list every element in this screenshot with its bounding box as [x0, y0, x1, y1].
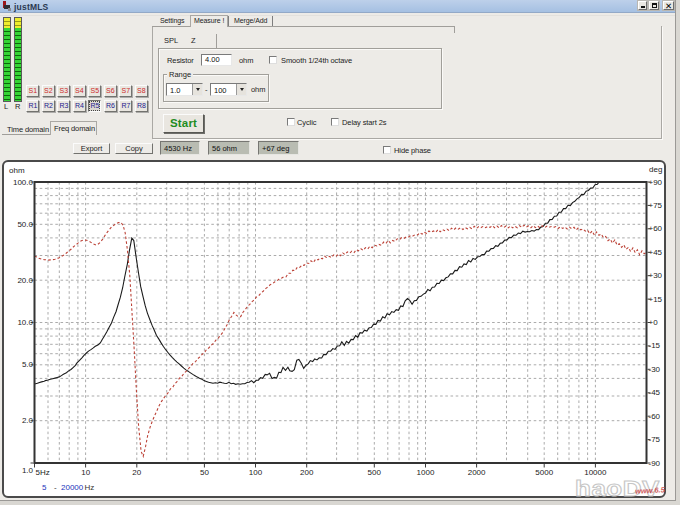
- y2-tick-label: -75: [649, 435, 661, 444]
- range-label: Range: [167, 70, 193, 79]
- x-tick-label: 10: [66, 468, 106, 477]
- y2-tick-label: +0: [649, 318, 658, 327]
- y2-tick-label: +90: [649, 178, 663, 187]
- maximize-button[interactable]: [649, 1, 659, 10]
- meter-label-r: R: [15, 102, 20, 111]
- y-tick-label: 1.0: [8, 466, 33, 475]
- status-range-end: 20000: [61, 483, 83, 492]
- hide-phase-checkbox[interactable]: [383, 146, 391, 154]
- y2-tick-label: -15: [649, 341, 661, 350]
- range-min-value: 1.0: [170, 86, 180, 95]
- chart-panel: [2, 160, 666, 498]
- y2-tick-label: -45: [649, 388, 661, 397]
- response-button-r2[interactable]: R2: [42, 100, 55, 112]
- x-tick-label: 500: [354, 468, 394, 477]
- tab-settings[interactable]: Settings: [160, 16, 185, 26]
- y2-tick-label: +15: [649, 295, 663, 304]
- meter-level-segment: [4, 28, 10, 101]
- range-unit-label: ohm: [251, 85, 265, 94]
- app-icon: [1, 1, 12, 12]
- x-tick-label: 1000: [405, 468, 445, 477]
- meter-level-segment: [15, 28, 21, 101]
- range-max-dropdown[interactable]: 100: [210, 83, 247, 96]
- response-button-r5[interactable]: R5: [88, 100, 101, 112]
- response-button-r4[interactable]: R4: [73, 100, 86, 112]
- y-tick-label: 50.0: [8, 220, 33, 229]
- cursor-phase-readout: +67 deg: [258, 141, 299, 155]
- x-tick-label: 5000: [524, 468, 564, 477]
- range-min-dropdown[interactable]: 1.0: [166, 83, 203, 96]
- status-separator: -: [54, 483, 57, 492]
- speaker-button-s6[interactable]: S6: [104, 85, 117, 97]
- response-button-r3[interactable]: R3: [57, 100, 70, 112]
- app-window: justMLS ✕ L R S1S2S3S4S5S6S7S8 R1R2R3R4R…: [0, 0, 676, 501]
- meter-peak-segment: [4, 18, 10, 28]
- y-axis-title: ohm: [9, 166, 25, 175]
- speaker-button-s1[interactable]: S1: [26, 85, 39, 97]
- speaker-button-s5[interactable]: S5: [88, 85, 101, 97]
- x-tick-label: 5Hz: [36, 468, 50, 477]
- x-tick-label: 200: [287, 468, 327, 477]
- resistor-input[interactable]: 4.00: [201, 54, 232, 66]
- smooth-label: Smooth 1/24th octave: [281, 56, 352, 65]
- domain-tabset-underline: [2, 134, 50, 135]
- cursor-impedance-readout: 56 ohm: [208, 141, 250, 155]
- x-tick-label: 50: [184, 468, 224, 477]
- hide-phase-label: Hide phase: [394, 146, 431, 155]
- tabset-edge: [454, 26, 455, 33]
- range-max-value: 100: [214, 86, 227, 95]
- tab-merge-add[interactable]: Merge/Add: [234, 16, 267, 26]
- x-tick-label: 100: [236, 468, 276, 477]
- speaker-button-s4[interactable]: S4: [73, 85, 86, 97]
- response-button-r8[interactable]: R8: [135, 100, 148, 112]
- window-title: justMLS: [14, 2, 48, 12]
- resistor-unit-label: ohm: [239, 56, 253, 65]
- range-dash: -: [205, 85, 207, 94]
- speaker-button-s3[interactable]: S3: [57, 85, 70, 97]
- y-tick-label: 5.0: [8, 360, 33, 369]
- x-tick-label: 10000: [575, 468, 615, 477]
- y2-tick-label: -90: [649, 459, 661, 468]
- tabset-underline-right: [228, 26, 454, 27]
- cyclic-label: Cyclic: [297, 118, 316, 127]
- focus-rect: [90, 102, 99, 110]
- y-tick-label: 20.0: [8, 276, 33, 285]
- start-button[interactable]: Start: [163, 114, 204, 133]
- tab-freq-domain[interactable]: Freq domain: [54, 124, 95, 133]
- response-button-r1[interactable]: R1: [26, 100, 39, 112]
- tab-spl[interactable]: SPL: [164, 36, 178, 45]
- y2-tick-label: -60: [649, 412, 661, 421]
- app-icon-dot: [8, 8, 11, 11]
- cyclic-checkbox[interactable]: [287, 118, 295, 126]
- tab-z-separator: [216, 34, 217, 48]
- meter-peak-segment: [15, 18, 21, 28]
- resistor-label: Resistor: [167, 56, 194, 65]
- maximize-icon: [652, 3, 657, 8]
- close-button[interactable]: ✕: [663, 1, 674, 10]
- copy-button[interactable]: Copy: [115, 143, 153, 154]
- smooth-checkbox[interactable]: [269, 56, 277, 64]
- minimize-button[interactable]: [638, 1, 647, 10]
- delay-label: Delay start 2s: [342, 118, 386, 127]
- tab-measure[interactable]: Measure !: [194, 16, 224, 26]
- vu-meter-left: [3, 17, 11, 102]
- y-tick-label: 100.0: [8, 178, 33, 187]
- vu-meter-right: [14, 17, 22, 102]
- tab-time-domain[interactable]: Time domain: [7, 125, 49, 134]
- speaker-button-s2[interactable]: S2: [42, 85, 55, 97]
- status-range-start: 5: [42, 483, 46, 492]
- meter-label-l: L: [4, 102, 8, 111]
- export-button[interactable]: Export: [73, 143, 110, 154]
- response-button-r7[interactable]: R7: [119, 100, 132, 112]
- chevron-down-icon[interactable]: [236, 84, 246, 95]
- speaker-button-s8[interactable]: S8: [135, 85, 148, 97]
- response-button-r6[interactable]: R6: [104, 100, 117, 112]
- chevron-down-icon[interactable]: [192, 84, 202, 95]
- delay-checkbox[interactable]: [331, 118, 339, 126]
- tab-z[interactable]: Z: [191, 36, 196, 45]
- tab-separator: [272, 16, 273, 26]
- tab-separator: [228, 16, 229, 26]
- watermark-red-text: www.6.5: [635, 485, 665, 496]
- speaker-button-s7[interactable]: S7: [119, 85, 132, 97]
- x-tick-label: 2000: [457, 468, 497, 477]
